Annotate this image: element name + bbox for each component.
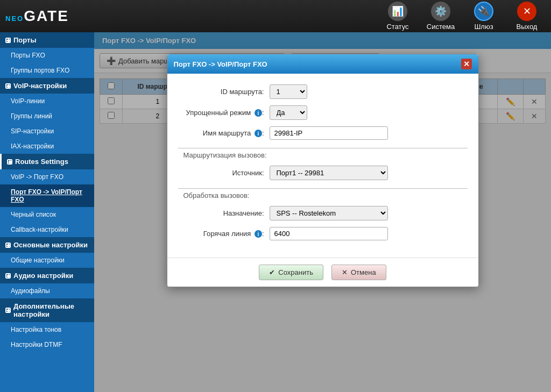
- sidebar-section-audio[interactable]: ◆ Аудио настройки: [0, 268, 94, 283]
- source-row: Источник: Порт1 -- 29981 Порт2 -- 29982: [178, 166, 468, 180]
- sidebar: ◆ Порты Порты FXO Группы портов FXO ◆ Vo…: [0, 32, 94, 392]
- routes-arrow-icon: ◆: [7, 159, 12, 165]
- sidebar-section-ports[interactable]: ◆ Порты: [0, 32, 94, 48]
- voip-arrow-icon: ◆: [5, 83, 11, 89]
- route-id-row: ID маршрута: 1 2 3: [178, 84, 468, 99]
- audio-section-label: Аудио настройки: [13, 272, 73, 280]
- route-id-label: ID маршрута:: [178, 88, 264, 96]
- route-name-input[interactable]: [270, 126, 388, 140]
- source-select[interactable]: Порт1 -- 29981 Порт2 -- 29982: [270, 166, 388, 180]
- nav-status-btn[interactable]: 📊 Статус: [379, 0, 416, 33]
- audio-arrow-icon: ◆: [5, 273, 11, 279]
- route-name-info-icon[interactable]: i: [255, 130, 262, 137]
- nav-icons: 📊 Статус ⚙️ Система 🔌 Шлюз ✕ Выход: [379, 0, 546, 33]
- sidebar-item-callback[interactable]: Callback-настройки: [0, 222, 94, 237]
- sidebar-item-voip-fxo[interactable]: VoIP -> Порт FXO: [0, 169, 94, 184]
- simplified-select[interactable]: Да Нет: [270, 105, 307, 120]
- sidebar-item-sip-settings[interactable]: SIP-настройки: [0, 124, 94, 139]
- ports-section-label: Порты: [13, 36, 37, 44]
- sidebar-item-tone-settings[interactable]: Настройка тонов: [0, 322, 94, 337]
- cancel-button[interactable]: ✕ Отмена: [331, 265, 386, 280]
- save-check-icon: ✔: [269, 268, 275, 276]
- gateway-icon: 🔌: [474, 2, 493, 21]
- sidebar-section-voip[interactable]: ◆ VoIP-настройки: [0, 78, 94, 94]
- sidebar-item-fxo-voip[interactable]: Порт FXО -> VoIP/Порт FXО: [0, 184, 94, 207]
- system-label: Система: [427, 23, 455, 31]
- modal-close-button[interactable]: ✕: [461, 59, 472, 69]
- exit-label: Выход: [517, 23, 538, 31]
- cancel-x-icon: ✕: [342, 268, 348, 276]
- nav-system-btn[interactable]: ⚙️ Система: [422, 0, 460, 33]
- route-name-label: Имя маршрута i:: [178, 129, 264, 138]
- status-icon: 📊: [388, 2, 407, 21]
- hotline-row: Горячая линия i:: [178, 227, 468, 240]
- sidebar-section-main[interactable]: ◆ Основные настройки: [0, 237, 94, 253]
- system-icon: ⚙️: [431, 2, 450, 21]
- modal-header: Порт FXO -> VoIP/Порт FXO ✕: [167, 54, 478, 74]
- destination-label: Назначение:: [178, 209, 264, 217]
- simplified-label: Упрощенный режим i:: [178, 109, 264, 117]
- hotline-label: Горячая линия i:: [178, 230, 264, 238]
- logo-text: NEOGATE: [5, 8, 69, 24]
- nav-gateway-btn[interactable]: 🔌 Шлюз: [465, 0, 503, 33]
- main-section-label: Основные настройки: [13, 241, 88, 249]
- modal-body: ID маршрута: 1 2 3 Упрощенный режим i:: [167, 74, 478, 258]
- call-processing-divider: Обработка вызовов:: [178, 188, 468, 199]
- route-id-select[interactable]: 1 2 3: [270, 84, 307, 99]
- modal-footer: ✔ Сохранить ✕ Отмена: [167, 258, 478, 287]
- sidebar-item-iax-settings[interactable]: IAX-настройки: [0, 139, 94, 154]
- destination-row: Назначение: SPS -- Rostelekom Other: [178, 206, 468, 220]
- save-label: Сохранить: [278, 268, 313, 276]
- save-button[interactable]: ✔ Сохранить: [259, 265, 323, 280]
- main-arrow-icon: ◆: [5, 243, 11, 248]
- main-layout: ◆ Порты Порты FXO Группы портов FXO ◆ Vo…: [0, 32, 551, 392]
- sidebar-item-fxo-ports[interactable]: Порты FXO: [0, 48, 94, 63]
- destination-select[interactable]: SPS -- Rostelekom Other: [270, 206, 388, 220]
- routes-section-label: Routes Settings: [15, 158, 68, 166]
- call-routing-divider: Маршрутизация вызовов:: [178, 148, 468, 159]
- gateway-label: Шлюз: [474, 23, 493, 31]
- sidebar-item-voip-lines[interactable]: VoIP-линии: [0, 94, 94, 109]
- route-name-row: Имя маршрута i:: [178, 126, 468, 140]
- additional-section-label: Дополнительные настройки: [13, 302, 89, 318]
- sidebar-item-fxo-groups[interactable]: Группы портов FXO: [0, 63, 94, 78]
- modal-title: Порт FXO -> VoIP/Порт FXO: [174, 60, 267, 68]
- content-area: Порт FXO -> VoIP/Порт FXO ➕ Добавить мар…: [94, 32, 551, 392]
- sidebar-item-general[interactable]: Общие настройки: [0, 253, 94, 268]
- cancel-label: Отмена: [351, 268, 376, 276]
- sidebar-item-dtmf-settings[interactable]: Настройки DTMF: [0, 337, 94, 352]
- nav-exit-btn[interactable]: ✕ Выход: [508, 0, 546, 33]
- simplified-row: Упрощенный режим i: Да Нет: [178, 105, 468, 120]
- sidebar-item-blacklist[interactable]: Черный список: [0, 207, 94, 222]
- hotline-input[interactable]: [270, 227, 388, 240]
- source-label: Источник:: [178, 169, 264, 177]
- topbar: NEOGATE 📊 Статус ⚙️ Система 🔌 Шлюз ✕ Вых…: [0, 0, 551, 32]
- ports-arrow-icon: ◆: [5, 38, 11, 43]
- logo: NEOGATE: [5, 8, 379, 25]
- sidebar-section-additional[interactable]: ◆ Дополнительные настройки: [0, 298, 94, 322]
- hotline-info-icon[interactable]: i: [255, 230, 262, 238]
- voip-section-label: VoIP-настройки: [13, 82, 67, 90]
- simplified-info-icon[interactable]: i: [255, 109, 262, 117]
- exit-icon: ✕: [517, 2, 536, 21]
- modal-dialog: Порт FXO -> VoIP/Порт FXO ✕ ID маршрута:…: [167, 54, 479, 287]
- sidebar-item-line-groups[interactable]: Группы линий: [0, 109, 94, 124]
- sidebar-section-routes[interactable]: ◆ Routes Settings: [0, 154, 94, 169]
- modal-overlay: Порт FXO -> VoIP/Порт FXO ✕ ID маршрута:…: [94, 32, 551, 392]
- sidebar-item-audio-files[interactable]: Аудиофайлы: [0, 283, 94, 298]
- additional-arrow-icon: ◆: [5, 308, 11, 313]
- status-label: Статус: [386, 23, 408, 31]
